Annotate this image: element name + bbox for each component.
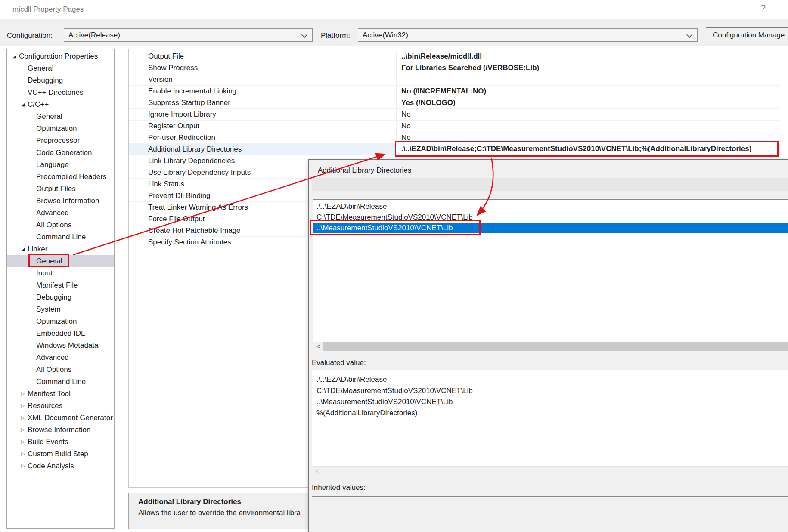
tree-item[interactable]: Build Events: [7, 436, 114, 448]
tree-item[interactable]: Optimization: [7, 315, 114, 328]
tree-item[interactable]: Embedded IDL: [7, 328, 114, 340]
directory-list-item[interactable]: .\..\EZAD\bin\Release: [313, 201, 788, 212]
tree-item-label: All Options: [36, 221, 71, 229]
window-title: micdll Property Pages: [12, 5, 84, 14]
property-row[interactable]: Register Output No: [129, 121, 780, 132]
tree-expander-icon[interactable]: [20, 448, 26, 460]
tree-item-label: Linker: [28, 245, 47, 254]
help-icon[interactable]: ?: [760, 3, 766, 14]
property-value[interactable]: No: [397, 109, 780, 120]
property-value[interactable]: No: [397, 121, 780, 132]
tree-item-label: System: [36, 305, 61, 314]
tree-expander-icon[interactable]: [20, 412, 26, 424]
platform-dropdown[interactable]: Active(Win32): [358, 28, 698, 42]
property-value[interactable]: No (/INCREMENTAL:NO): [397, 86, 780, 97]
tree-item[interactable]: Advanced: [7, 207, 114, 219]
property-row[interactable]: Suppress Startup Banner Yes (/NOLOGO): [129, 97, 780, 109]
configuration-dropdown-value: Active(Release): [68, 31, 120, 39]
tree-item[interactable]: C/C++: [7, 99, 114, 111]
property-name: Ignore Import Library: [129, 109, 397, 120]
tree-item[interactable]: VC++ Directories: [7, 87, 114, 99]
tree-item-label: Command Line: [36, 377, 86, 386]
inherited-values-label: Inherited values:: [312, 483, 366, 492]
inherited-values-box[interactable]: [312, 496, 788, 532]
tree-expander-icon[interactable]: [20, 400, 26, 412]
annotation-box-tree-general: [28, 254, 69, 267]
tree-item[interactable]: Debugging: [7, 74, 114, 87]
tree-item-label: XML Document Generator: [28, 414, 113, 422]
tree-item[interactable]: All Options: [7, 219, 114, 231]
tree-expander-icon[interactable]: [20, 436, 26, 448]
tree-item-label: Embedded IDL: [36, 329, 85, 338]
property-pages-window: micdll Property Pages ? Configuration: A…: [0, 0, 788, 532]
tree-item[interactable]: Manifest Tool: [7, 388, 114, 400]
tree-item[interactable]: Windows Metadata: [7, 340, 114, 352]
property-name: Register Output: [129, 121, 397, 132]
tree-expander-icon[interactable]: [20, 460, 26, 472]
tree-item[interactable]: Debugging: [7, 291, 114, 303]
property-row[interactable]: Ignore Import Library No: [129, 109, 780, 121]
tree-expander-icon[interactable]: [20, 99, 26, 111]
tree-item-label: Precompiled Headers: [36, 173, 106, 181]
tree-item[interactable]: System: [7, 303, 114, 315]
tree-item-label: C/C++: [28, 100, 49, 109]
property-value[interactable]: For Libraries Searched (/VERBOSE:Lib): [397, 62, 780, 74]
tree-item[interactable]: Code Generation: [7, 147, 114, 159]
property-row[interactable]: Show Progress For Libraries Searched (/V…: [129, 62, 780, 74]
tree-item[interactable]: Preprocessor: [7, 135, 114, 147]
dialog-toolbar-strip: [312, 178, 788, 191]
tree-item[interactable]: Input: [7, 267, 114, 279]
property-row[interactable]: Version: [129, 74, 780, 86]
configuration-manager-button[interactable]: Configuration Manage: [706, 27, 788, 43]
tree-item[interactable]: All Options: [7, 364, 114, 376]
tree-item[interactable]: General: [7, 111, 114, 123]
tree-item-label: Output Files: [36, 185, 76, 193]
tree-item-label: Build Events: [28, 438, 68, 446]
tree-item[interactable]: Custom Build Step: [7, 448, 114, 460]
property-row[interactable]: Output File ..\bin\Release/micdll.dll: [129, 51, 780, 62]
tree-item[interactable]: Configuration Properties: [7, 50, 114, 62]
tree-item-label: Advanced: [36, 209, 69, 217]
tree-item-label: Browse Information: [36, 197, 99, 205]
tree-item[interactable]: Command Line: [7, 231, 114, 243]
property-name: Suppress Startup Banner: [129, 97, 397, 108]
property-value[interactable]: [397, 74, 780, 85]
evaluated-horizontal-scrollbar[interactable]: <: [312, 466, 788, 476]
tree-item-label: Custom Build Step: [28, 450, 88, 458]
tree-item[interactable]: Code Analysis: [7, 460, 114, 472]
chevron-down-icon: [301, 32, 307, 38]
tree-item-label: General: [36, 112, 62, 121]
evaluated-value-label: Evaluated value:: [312, 359, 366, 367]
list-horizontal-scrollbar[interactable]: <: [313, 342, 788, 351]
scroll-left-icon[interactable]: <: [313, 342, 323, 351]
tree-item-label: Manifest File: [36, 281, 78, 290]
tree-item[interactable]: Browse Information: [7, 195, 114, 207]
tree-expander-icon[interactable]: [20, 388, 26, 400]
tree-item-label: Debugging: [36, 293, 71, 302]
tree-expander-icon[interactable]: [11, 50, 18, 62]
tree-expander-icon[interactable]: [20, 243, 26, 255]
property-name: Output File: [129, 51, 397, 62]
configuration-dropdown[interactable]: Active(Release): [64, 28, 313, 42]
tree-item[interactable]: Output Files: [7, 183, 114, 195]
property-name: Show Progress: [129, 62, 397, 74]
tree-item[interactable]: Advanced: [7, 352, 114, 364]
tree-item[interactable]: XML Document Generator: [7, 412, 114, 424]
evaluated-value-line: C:\TDE\MeasurementStudioVS2010\VCNET\Lib: [316, 385, 788, 396]
evaluated-value-box[interactable]: .\..\EZAD\bin\ReleaseC:\TDE\MeasurementS…: [312, 370, 788, 476]
tree-item[interactable]: General: [7, 62, 114, 74]
property-row[interactable]: Enable Incremental Linking No (/INCREMEN…: [129, 86, 780, 97]
tree-item-label: Advanced: [36, 353, 69, 362]
property-value[interactable]: ..\bin\Release/micdll.dll: [397, 51, 780, 62]
tree-expander-icon[interactable]: [20, 424, 26, 436]
tree-item[interactable]: Language: [7, 159, 114, 171]
tree-item[interactable]: Browse Information: [7, 424, 114, 436]
tree-item[interactable]: Command Line: [7, 376, 114, 388]
property-value[interactable]: Yes (/NOLOGO): [397, 97, 780, 108]
tree-item[interactable]: Manifest File: [7, 279, 114, 291]
evaluated-value-line: %(AdditionalLibraryDirectories): [316, 408, 788, 419]
tree-item[interactable]: Precompiled Headers: [7, 171, 114, 183]
tree-item-label: Optimization: [36, 124, 77, 133]
tree-item[interactable]: Resources: [7, 400, 114, 412]
tree-item[interactable]: Optimization: [7, 123, 114, 135]
